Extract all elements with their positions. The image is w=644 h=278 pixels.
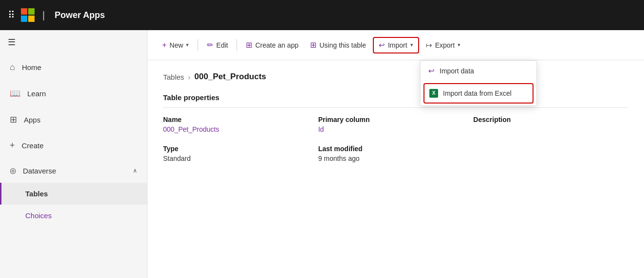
name-value: 000_Pet_Products [163,125,318,133]
sidebar-item-home[interactable]: ⌂ Home [0,54,147,80]
breadcrumb-separator: › [188,73,190,81]
properties-grid: Name 000_Pet_Products Type Standard Prim… [163,116,628,174]
sidebar-item-dataverse-label: Dataverse [23,167,56,175]
export-arrow-icon: ↦ [426,41,432,50]
import-data-icon: ↩ [428,67,435,75]
sidebar: ☰ ⌂ Home 📖 Learn ⊞ Apps + Create ◎ [0,30,147,278]
content-area: + New ▾ ✏ Edit ⊞ Create an app ⊞ Using t… [147,30,644,278]
sidebar-item-create-label: Create [22,141,44,150]
primary-column-value: Id [318,125,474,133]
sidebar-item-choices[interactable]: Choices [0,205,147,226]
primary-column: Primary column Id Last modified 9 months… [318,116,474,174]
using-table-button[interactable]: ⊞ Using this table [305,37,371,52]
name-column: Name 000_Pet_Products Type Standard [163,116,318,174]
name-label: Name [163,116,318,123]
import-button-label: Import [388,41,407,49]
sidebar-item-choices-label: Choices [25,211,52,220]
new-button[interactable]: + New ▾ [157,38,194,52]
type-label: Type [163,145,318,153]
import-dropdown: ↩ Import data X Import data from Excel [420,60,537,106]
import-data-label: Import data [440,67,474,75]
import-chevron-icon: ▾ [410,42,413,48]
page-content: Tables › 000_Pet_Products Table properti… [147,60,644,278]
last-modified-label: Last modified [318,145,474,153]
section-title: Table properties [163,93,628,108]
apps-icon: ⊞ [10,114,17,125]
microsoft-logo [21,8,35,22]
sidebar-item-learn-label: Learn [27,89,46,98]
learn-icon: 📖 [10,88,20,99]
import-data-item[interactable]: ↩ Import data [421,61,536,81]
create-app-button[interactable]: ⊞ Create an app [241,37,303,52]
import-excel-item[interactable]: X Import data from Excel [423,83,534,104]
separator-1 [198,39,198,51]
sidebar-item-dataverse[interactable]: ◎ Dataverse ∧ [0,158,147,183]
sidebar-item-apps[interactable]: ⊞ Apps [0,106,147,133]
dataverse-icon: ◎ [10,166,16,175]
sidebar-nav: ⌂ Home 📖 Learn ⊞ Apps + Create ◎ Dataver… [0,54,147,278]
sidebar-item-learn[interactable]: 📖 Learn [0,80,147,106]
description-label: Description [473,116,628,123]
excel-icon: X [429,89,438,98]
using-table-icon: ⊞ [310,40,316,50]
chevron-up-icon: ∧ [133,167,137,174]
grid-icon[interactable]: ⠿ [8,9,15,21]
export-button[interactable]: ↦ Export ▾ [421,38,465,52]
hamburger-icon: ☰ [8,37,16,48]
dataverse-left: ◎ Dataverse [10,166,56,175]
export-chevron-icon: ▾ [458,42,460,48]
breadcrumb-current-table: 000_Pet_Products [194,72,266,82]
new-chevron-icon: ▾ [186,42,189,48]
description-column: Description [473,116,628,174]
last-modified-value: 9 months ago [318,155,474,162]
import-arrow-icon: ↩ [379,41,385,50]
topbar: ⠿ | Power Apps [0,0,644,30]
sidebar-item-tables[interactable]: Tables [0,183,147,205]
table-properties-section: Table properties Name 000_Pet_Products T… [163,93,628,174]
breadcrumb: Tables › 000_Pet_Products [163,72,628,82]
import-button[interactable]: ↩ Import ▾ [375,39,417,52]
using-table-button-label: Using this table [319,41,366,49]
separator-2 [237,39,237,51]
type-value: Standard [163,155,318,162]
create-app-icon: ⊞ [246,40,252,50]
sidebar-item-create[interactable]: + Create [0,133,147,158]
edit-button-label: Edit [216,41,228,49]
app-title: Power Apps [55,10,105,20]
export-button-label: Export [435,41,455,49]
hamburger-button[interactable]: ☰ [0,30,147,54]
home-icon: ⌂ [10,62,15,72]
import-excel-label: Import data from Excel [443,89,512,97]
primary-column-label: Primary column [318,116,474,123]
breadcrumb-tables[interactable]: Tables [163,73,184,81]
new-button-label: New [169,41,183,49]
edit-button[interactable]: ✏ Edit [202,37,233,52]
create-app-button-label: Create an app [255,41,298,49]
sidebar-item-apps-label: Apps [24,116,40,124]
import-button-wrapper: ↩ Import ▾ [373,37,419,53]
sidebar-item-home-label: Home [22,63,41,71]
toolbar: + New ▾ ✏ Edit ⊞ Create an app ⊞ Using t… [147,30,644,60]
create-icon: + [10,140,15,151]
sidebar-item-tables-label: Tables [25,190,48,198]
edit-icon: ✏ [207,40,213,50]
plus-icon: + [162,41,166,50]
